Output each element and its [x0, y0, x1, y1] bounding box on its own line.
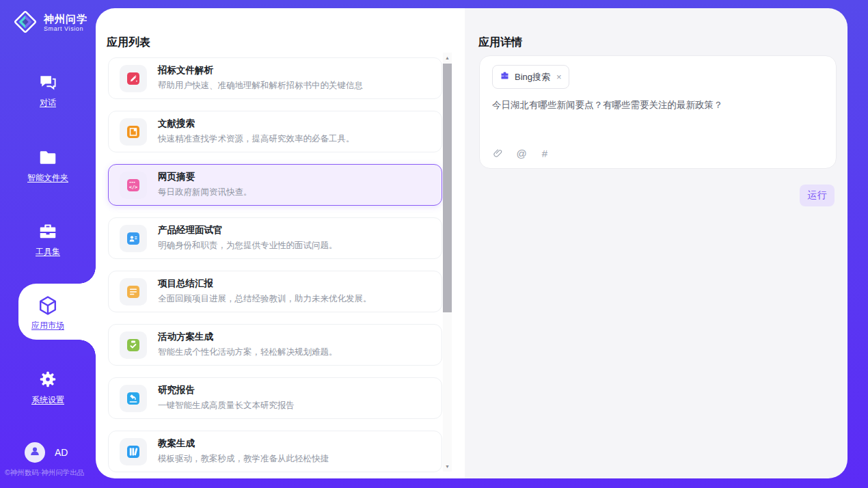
hash-icon[interactable]: # [539, 147, 551, 159]
tool-tag-bing-search[interactable]: Bing搜索 × [492, 65, 569, 89]
books-icon [120, 438, 147, 465]
app-list-title: 应用列表 [107, 36, 150, 50]
sidebar-item-cube[interactable]: 应用市场 [0, 294, 96, 331]
attachment-icon[interactable] [492, 147, 504, 159]
app-name: 教案生成 [158, 438, 329, 449]
user-icon [29, 445, 41, 460]
scrollbar-up-arrow-icon[interactable]: ▲ [443, 53, 452, 63]
app-desc: 全面回顾项目进展，总结经验教训，助力未来优化发展。 [158, 293, 372, 305]
app-root: 神州问学 Smart Vision 对话 智能文件夹 工具集 应用市场 系统设置… [0, 0, 868, 488]
main-shell: 应用列表 招标文件解析 帮助用户快速、准确地理解和解析招标书中的关键信息 文献搜… [96, 8, 847, 478]
microscope-icon [120, 385, 147, 412]
input-toolbar: @ # [492, 147, 551, 159]
bubble-fillet-bottom [79, 340, 96, 356]
app-detail-title: 应用详情 [478, 36, 522, 50]
prompt-card: Bing搜索 × 今日湖北有哪些新闻要点？有哪些需要关注的最新政策？ @ # [479, 55, 837, 169]
cube-icon [36, 294, 59, 316]
app-desc: 模板驱动，教案秒成，教学准备从此轻松快捷 [158, 453, 329, 465]
query-input[interactable]: 今日湖北有哪些新闻要点？有哪些需要关注的最新政策？ [492, 98, 824, 112]
app-desc: 快速精准查找学术资源，提高研究效率的必备工具。 [158, 133, 355, 145]
app-card[interactable]: 研究报告 一键智能生成高质量长文本研究报告 [108, 377, 442, 419]
webpage-code-icon: </> [120, 172, 147, 199]
app-name: 网页摘要 [158, 172, 252, 182]
book-icon [120, 118, 147, 146]
scrollbar-thumb[interactable] [443, 64, 452, 312]
app-card[interactable]: 活动方案生成 智能生成个性化活动方案，轻松解决规划难题。 [108, 324, 442, 366]
sidebar-item-toolbox[interactable]: 工具集 [0, 220, 96, 258]
run-button[interactable]: 运行 [800, 185, 835, 206]
app-name: 项目总结汇报 [158, 278, 372, 289]
app-name: 招标文件解析 [158, 65, 363, 76]
app-desc: 一键智能生成高质量长文本研究报告 [158, 400, 295, 411]
brand-subtitle: Smart Vision [44, 26, 87, 33]
app-card[interactable]: </> 网页摘要 每日政府新闻资讯快查。 [108, 164, 442, 206]
briefcase-icon [500, 70, 510, 83]
folder-icon [38, 146, 58, 168]
app-list-panel: 应用列表 招标文件解析 帮助用户快速、准确地理解和解析招标书中的关键信息 文献搜… [96, 8, 465, 478]
sidebar-item-folder[interactable]: 智能文件夹 [0, 146, 96, 184]
tag-close-icon[interactable]: × [556, 72, 562, 81]
edit-doc-icon [120, 65, 147, 92]
app-desc: 明确身份和职责，为您提供专业性的面试问题。 [158, 240, 338, 252]
brand-name: 神州问学 [44, 14, 87, 25]
resume-icon [120, 225, 147, 252]
app-name: 研究报告 [158, 385, 295, 396]
scrollbar-down-arrow-icon[interactable]: ▼ [443, 461, 452, 472]
app-card[interactable]: 教案生成 模板驱动，教案秒成，教学准备从此轻松快捷 [108, 431, 442, 472]
user-row[interactable]: AD [25, 442, 68, 463]
app-name: 文献搜索 [158, 118, 355, 129]
scrollbar[interactable]: ▲ ▼ [443, 53, 452, 472]
sidebar-item-chat[interactable]: 对话 [0, 71, 96, 109]
diamond-logo-icon [12, 9, 38, 38]
app-card[interactable]: 项目总结汇报 全面回顾项目进展，总结经验教训，助力未来优化发展。 [108, 271, 442, 312]
clipboard-check-icon [120, 331, 147, 359]
app-desc: 每日政府新闻资讯快查。 [158, 187, 252, 198]
app-name: 产品经理面试官 [158, 225, 338, 236]
tool-tag-label: Bing搜索 [515, 71, 550, 83]
app-card[interactable]: 文献搜索 快速精准查找学术资源，提高研究效率的必备工具。 [108, 111, 442, 152]
sidebar-footer: ©神州数码·神州问学出品 [5, 468, 100, 478]
app-card[interactable]: 产品经理面试官 明确身份和职责，为您提供专业性的面试问题。 [108, 217, 442, 259]
mention-icon[interactable]: @ [515, 147, 528, 159]
app-list: 招标文件解析 帮助用户快速、准确地理解和解析招标书中的关键信息 文献搜索 快速精… [108, 57, 442, 478]
gear-icon [38, 368, 57, 390]
app-name: 活动方案生成 [158, 331, 338, 342]
app-card[interactable]: 招标文件解析 帮助用户快速、准确地理解和解析招标书中的关键信息 [108, 57, 442, 99]
sidebar-item-gear[interactable]: 系统设置 [0, 368, 96, 406]
toolbox-icon [38, 220, 58, 242]
app-desc: 帮助用户快速、准确地理解和解析招标书中的关键信息 [158, 80, 363, 92]
brand-logo: 神州问学 Smart Vision [12, 9, 87, 38]
app-desc: 智能生成个性化活动方案，轻松解决规划难题。 [158, 347, 338, 358]
avatar[interactable] [25, 442, 45, 463]
user-initials: AD [55, 447, 68, 458]
bubble-fillet-top [79, 267, 96, 284]
chat-icon [38, 71, 58, 93]
note-icon [120, 278, 147, 306]
svg-text:</>: </> [129, 184, 138, 189]
app-detail-panel: 应用详情 Bing搜索 × 今日湖北有哪些新闻要点？有哪些需要关注的最新政策？ [465, 8, 847, 478]
